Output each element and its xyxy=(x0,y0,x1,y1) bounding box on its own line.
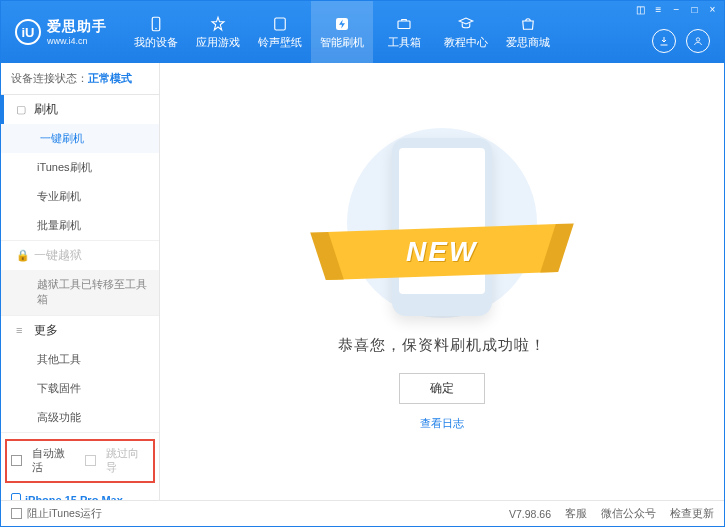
section-title: 一键越狱 xyxy=(34,248,82,263)
block-itunes-label: 阻止iTunes运行 xyxy=(27,507,102,521)
user-icons xyxy=(652,29,710,53)
view-log-link[interactable]: 查看日志 xyxy=(420,416,464,431)
device-name[interactable]: iPhone 15 Pro Max xyxy=(11,493,149,500)
section-title: 更多 xyxy=(34,323,58,338)
sidebar-item-itunes-flash[interactable]: iTunes刷机 xyxy=(1,153,159,182)
svg-point-5 xyxy=(696,38,700,42)
nav-label: 铃声壁纸 xyxy=(258,36,302,50)
sidebar-item-batch-flash[interactable]: 批量刷机 xyxy=(1,211,159,240)
nav-label: 应用游戏 xyxy=(196,36,240,50)
app-url: www.i4.cn xyxy=(47,36,107,46)
auto-activate-checkbox[interactable] xyxy=(11,455,22,466)
status-footer: 阻止iTunes运行 V7.98.66 客服 微信公众号 检查更新 xyxy=(1,500,724,526)
nav-label: 智能刷机 xyxy=(320,36,364,50)
nav-ringtone-wallpaper[interactable]: 铃声壁纸 xyxy=(249,1,311,63)
nav-label: 工具箱 xyxy=(388,36,421,50)
block-itunes-checkbox[interactable] xyxy=(11,508,22,519)
section-title: 刷机 xyxy=(34,102,58,117)
nav-apps-games[interactable]: 应用游戏 xyxy=(187,1,249,63)
main-nav: 我的设备 应用游戏 铃声壁纸 智能刷机 工具箱 教程中心 爱思商城 xyxy=(125,1,559,63)
version-label: V7.98.66 xyxy=(509,508,551,520)
maximize-icon[interactable]: □ xyxy=(689,4,700,15)
nav-label: 教程中心 xyxy=(444,36,488,50)
app-header: iU 爱思助手 www.i4.cn 我的设备 应用游戏 铃声壁纸 智能刷机 工具… xyxy=(1,1,724,63)
nav-store[interactable]: 爱思商城 xyxy=(497,1,559,63)
minimize-icon[interactable]: − xyxy=(671,4,682,15)
ok-button[interactable]: 确定 xyxy=(399,373,485,404)
nav-label: 我的设备 xyxy=(134,36,178,50)
nav-tutorial[interactable]: 教程中心 xyxy=(435,1,497,63)
section-flash[interactable]: ▢刷机 xyxy=(1,95,159,124)
apps-icon xyxy=(209,15,227,33)
success-illustration: NEW xyxy=(367,132,517,322)
phone-icon xyxy=(11,493,21,500)
nav-label: 爱思商城 xyxy=(506,36,550,50)
status-label: 设备连接状态： xyxy=(11,72,88,84)
flash-icon xyxy=(333,15,351,33)
sidebar-item-advanced[interactable]: 高级功能 xyxy=(1,403,159,432)
sidebar-item-download-firmware[interactable]: 下载固件 xyxy=(1,374,159,403)
svg-rect-4 xyxy=(398,21,410,29)
check-update-link[interactable]: 检查更新 xyxy=(670,507,714,521)
sidebar-item-pro-flash[interactable]: 专业刷机 xyxy=(1,182,159,211)
main-content: NEW 恭喜您，保资料刷机成功啦！ 确定 查看日志 xyxy=(160,63,724,500)
support-link[interactable]: 客服 xyxy=(565,507,587,521)
window-controls: ◫ ≡ − □ × xyxy=(635,4,718,15)
download-button[interactable] xyxy=(652,29,676,53)
sidebar-item-onekey-flash[interactable]: 一键刷机 xyxy=(1,124,159,153)
new-ribbon: NEW xyxy=(327,224,557,280)
skin-icon[interactable]: ◫ xyxy=(635,4,646,15)
sidebar-item-other-tools[interactable]: 其他工具 xyxy=(1,345,159,374)
svg-rect-2 xyxy=(275,18,286,30)
device-info: iPhone 15 Pro Max 512GB iPhone xyxy=(1,489,159,500)
section-jailbreak: 🔒一键越狱 xyxy=(1,241,159,270)
wechat-link[interactable]: 微信公众号 xyxy=(601,507,656,521)
logo-icon: iU xyxy=(15,19,41,45)
account-button[interactable] xyxy=(686,29,710,53)
flash-section-icon: ▢ xyxy=(16,103,28,116)
skip-guide-label: 跳过向导 xyxy=(106,447,149,475)
tutorial-icon xyxy=(457,15,475,33)
svg-point-1 xyxy=(155,27,157,29)
jailbreak-note: 越狱工具已转移至工具箱 xyxy=(1,270,159,315)
auto-activate-label: 自动激活 xyxy=(32,447,75,475)
lock-icon: 🔒 xyxy=(16,249,28,262)
close-icon[interactable]: × xyxy=(707,4,718,15)
skip-guide-checkbox[interactable] xyxy=(85,455,96,466)
app-title: 爱思助手 xyxy=(47,18,107,36)
options-row: 自动激活 跳过向导 xyxy=(5,439,155,483)
media-icon xyxy=(271,15,289,33)
toolbox-icon xyxy=(395,15,413,33)
menu-icon[interactable]: ≡ xyxy=(653,4,664,15)
nav-my-device[interactable]: 我的设备 xyxy=(125,1,187,63)
section-more[interactable]: ≡更多 xyxy=(1,316,159,345)
nav-smart-flash[interactable]: 智能刷机 xyxy=(311,1,373,63)
sidebar: 设备连接状态：正常模式 ▢刷机 一键刷机 iTunes刷机 专业刷机 批量刷机 … xyxy=(1,63,160,500)
store-icon xyxy=(519,15,537,33)
device-icon xyxy=(147,15,165,33)
success-message: 恭喜您，保资料刷机成功啦！ xyxy=(338,336,546,355)
nav-toolbox[interactable]: 工具箱 xyxy=(373,1,435,63)
device-status: 设备连接状态：正常模式 xyxy=(1,63,159,95)
status-mode: 正常模式 xyxy=(88,72,132,84)
more-icon: ≡ xyxy=(16,324,28,336)
logo: iU 爱思助手 www.i4.cn xyxy=(1,18,119,46)
